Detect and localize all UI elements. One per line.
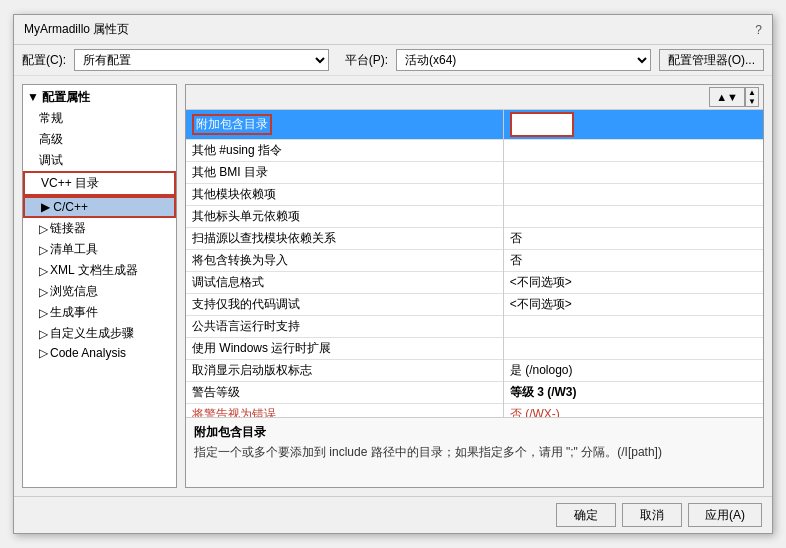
prop-value — [503, 206, 763, 228]
prop-value[interactable]: <编辑...> — [503, 110, 763, 140]
tree-item-manifest[interactable]: ▷ 清单工具 — [23, 239, 176, 260]
tree-item-code-analysis[interactable]: ▷ Code Analysis — [23, 344, 176, 362]
platform-label: 平台(P): — [345, 52, 388, 69]
prop-value: 否 — [503, 250, 763, 272]
scrollbar-down-icon[interactable]: ▼ — [748, 97, 756, 106]
table-row[interactable]: 将警告视为错误 否 (/WX-) — [186, 404, 763, 418]
table-row[interactable]: 其他模块依赖项 — [186, 184, 763, 206]
description-panel: 附加包含目录 指定一个或多个要添加到 include 路径中的目录；如果指定多个… — [186, 417, 763, 487]
table-row[interactable]: 警告等级 等级 3 (/W3) — [186, 382, 763, 404]
prop-name: 使用 Windows 运行时扩展 — [186, 338, 503, 360]
prop-name: 取消显示启动版权标志 — [186, 360, 503, 382]
tree-item-build-events[interactable]: ▷ 生成事件 — [23, 302, 176, 323]
footer: 确定 取消 应用(A) — [14, 496, 772, 533]
table-row[interactable]: 扫描源以查找模块依赖关系 否 — [186, 228, 763, 250]
tree-arrow: ▷ — [39, 346, 48, 360]
tree-label: ▶ C/C++ — [41, 200, 88, 214]
tree-label: 链接器 — [50, 220, 86, 237]
tree-item-linker[interactable]: ▷ 链接器 — [23, 218, 176, 239]
prop-name: 扫描源以查找模块依赖关系 — [186, 228, 503, 250]
prop-name: 警告等级 — [186, 382, 503, 404]
prop-name: 其他模块依赖项 — [186, 184, 503, 206]
scrollbar-up-icon[interactable]: ▲ — [748, 88, 756, 97]
platform-select[interactable]: 活动(x64) — [396, 49, 651, 71]
help-char[interactable]: ? — [755, 23, 762, 37]
tree-arrow: ▷ — [39, 327, 48, 341]
properties-dialog: MyArmadillo 属性页 ? 配置(C): 所有配置 平台(P): 活动(… — [13, 14, 773, 534]
prop-name: 将警告视为错误 — [186, 404, 503, 418]
prop-name: 附加包含目录 — [186, 110, 503, 140]
tree-arrow: ▷ — [39, 222, 48, 236]
table-row[interactable]: 其他 BMI 目录 — [186, 162, 763, 184]
table-row[interactable]: 公共语言运行时支持 — [186, 316, 763, 338]
props-table: 附加包含目录 <编辑...> 其他 #using 指令 — [186, 110, 763, 417]
prop-name-box: 附加包含目录 — [192, 114, 272, 135]
config-manager-button[interactable]: 配置管理器(O)... — [659, 49, 764, 71]
props-header: ▲▼ ▲ ▼ — [186, 85, 763, 110]
prop-name: 其他 #using 指令 — [186, 140, 503, 162]
tree-label: 调试 — [39, 152, 63, 169]
tree-label: 高级 — [39, 131, 63, 148]
description-title: 附加包含目录 — [194, 424, 755, 441]
tree-arrow: ▷ — [39, 285, 48, 299]
tree-item-xml-doc[interactable]: ▷ XML 文档生成器 — [23, 260, 176, 281]
tree-arrow: ▷ — [39, 264, 48, 278]
description-text: 指定一个或多个要添加到 include 路径中的目录；如果指定多个，请用 ";"… — [194, 444, 755, 461]
tree-item-custom-build[interactable]: ▷ 自定义生成步骤 — [23, 323, 176, 344]
table-row[interactable]: 取消显示启动版权标志 是 (/nologo) — [186, 360, 763, 382]
prop-name: 支持仅我的代码调试 — [186, 294, 503, 316]
prop-name: 调试信息格式 — [186, 272, 503, 294]
tree-root: ▼ 配置属性 — [23, 85, 176, 108]
prop-value: 是 (/nologo) — [503, 360, 763, 382]
tree-root-label: ▼ 配置属性 — [27, 90, 90, 104]
tree-item-general[interactable]: 常规 — [23, 108, 176, 129]
prop-value: 等级 3 (/W3) — [503, 382, 763, 404]
tree-label: Code Analysis — [50, 346, 126, 360]
tree-label: 清单工具 — [50, 241, 98, 258]
prop-value — [503, 338, 763, 360]
prop-name: 其他标头单元依赖项 — [186, 206, 503, 228]
tree-item-browse[interactable]: ▷ 浏览信息 — [23, 281, 176, 302]
tree-label: VC++ 目录 — [41, 175, 99, 192]
properties-list: 附加包含目录 <编辑...> 其他 #using 指令 — [186, 110, 763, 417]
prop-value: 否 — [503, 228, 763, 250]
table-row[interactable]: 将包含转换为导入 否 — [186, 250, 763, 272]
main-area: ▼ 配置属性 常规 高级 调试 VC++ 目录 ▶ C/C++ ▷ 链接器 — [14, 76, 772, 496]
prop-name: 其他 BMI 目录 — [186, 162, 503, 184]
tree-label: 浏览信息 — [50, 283, 98, 300]
table-row[interactable]: 附加包含目录 <编辑...> — [186, 110, 763, 140]
table-row[interactable]: 支持仅我的代码调试 <不同选项> — [186, 294, 763, 316]
sort-button[interactable]: ▲▼ — [709, 87, 745, 107]
table-row[interactable]: 使用 Windows 运行时扩展 — [186, 338, 763, 360]
cancel-button[interactable]: 取消 — [622, 503, 682, 527]
right-panel: ▲▼ ▲ ▼ 附加包含目录 — [185, 84, 764, 488]
config-label: 配置(C): — [22, 52, 66, 69]
table-row[interactable]: 其他标头单元依赖项 — [186, 206, 763, 228]
tree-item-debug[interactable]: 调试 — [23, 150, 176, 171]
tree-item-cpp[interactable]: ▶ C/C++ — [23, 196, 176, 218]
config-row: 配置(C): 所有配置 平台(P): 活动(x64) 配置管理器(O)... — [14, 45, 772, 76]
prop-name: 公共语言运行时支持 — [186, 316, 503, 338]
prop-value — [503, 140, 763, 162]
tree-label: 自定义生成步骤 — [50, 325, 134, 342]
table-row[interactable]: 调试信息格式 <不同选项> — [186, 272, 763, 294]
tree-label: 生成事件 — [50, 304, 98, 321]
tree-item-vc-dirs[interactable]: VC++ 目录 — [23, 171, 176, 196]
edit-popup-box[interactable]: <编辑...> — [510, 112, 574, 137]
left-panel: ▼ 配置属性 常规 高级 调试 VC++ 目录 ▶ C/C++ ▷ 链接器 — [22, 84, 177, 488]
prop-name: 将包含转换为导入 — [186, 250, 503, 272]
config-select[interactable]: 所有配置 — [74, 49, 329, 71]
apply-button[interactable]: 应用(A) — [688, 503, 762, 527]
ok-button[interactable]: 确定 — [556, 503, 616, 527]
tree-arrow: ▷ — [39, 243, 48, 257]
title-bar: MyArmadillo 属性页 ? — [14, 15, 772, 45]
dialog-title: MyArmadillo 属性页 — [24, 21, 129, 38]
tree-item-advanced[interactable]: 高级 — [23, 129, 176, 150]
tree-label: XML 文档生成器 — [50, 262, 138, 279]
prop-value — [503, 316, 763, 338]
edit-popup-text[interactable]: <编辑...> — [518, 116, 566, 133]
table-row[interactable]: 其他 #using 指令 — [186, 140, 763, 162]
tree-label: 常规 — [39, 110, 63, 127]
tree-arrow: ▷ — [39, 306, 48, 320]
prop-value: <不同选项> — [503, 272, 763, 294]
